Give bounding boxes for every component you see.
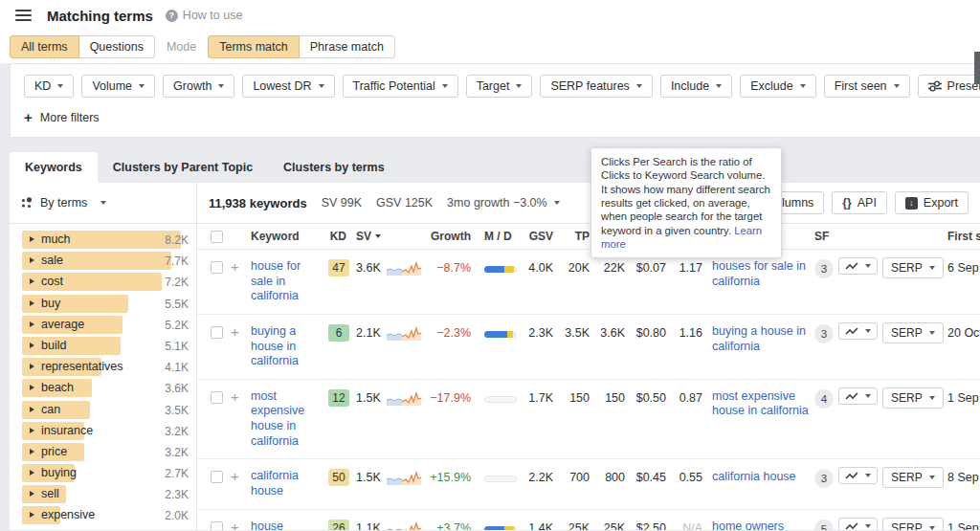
serp-features-count-badge: 5 bbox=[814, 520, 834, 531]
segmented-tab[interactable]: Phrase match bbox=[299, 35, 395, 58]
keyword-link[interactable]: buying a house in california bbox=[251, 324, 325, 369]
col-gsv[interactable]: GSV bbox=[523, 230, 557, 243]
serp-dropdown-button[interactable]: SERP bbox=[882, 467, 944, 488]
serp-dropdown-button[interactable]: SERP bbox=[882, 387, 944, 409]
row-checkbox[interactable] bbox=[211, 521, 223, 531]
position-history-chart-button[interactable] bbox=[838, 387, 878, 405]
expand-arrow-icon[interactable] bbox=[30, 428, 34, 433]
expand-arrow-icon[interactable] bbox=[30, 512, 34, 518]
position-history-chart-button[interactable] bbox=[838, 257, 878, 275]
filter-dropdown[interactable]: Exclude bbox=[740, 75, 815, 98]
expand-arrow-icon[interactable] bbox=[30, 449, 34, 454]
sidebar-term-row[interactable]: price 3.2K bbox=[22, 442, 189, 463]
select-all-checkbox[interactable] bbox=[211, 231, 223, 243]
serp-dropdown-button[interactable]: SERP bbox=[882, 518, 944, 531]
expand-arrow-icon[interactable] bbox=[30, 491, 34, 497]
sidebar-term-row[interactable]: buying 2.7K bbox=[22, 463, 189, 484]
sidebar-term-row[interactable]: insurance 3.2K bbox=[22, 421, 189, 442]
api-button[interactable]: {} API bbox=[832, 191, 887, 214]
row-checkbox[interactable] bbox=[211, 261, 223, 274]
add-keyword-icon[interactable]: + bbox=[226, 389, 251, 404]
sidebar-term-row[interactable]: representatives 4.1K bbox=[22, 357, 189, 378]
parent-topic-link[interactable]: most expensive house in california bbox=[712, 389, 810, 419]
export-button[interactable]: ↓ Export bbox=[895, 191, 969, 214]
caret-down-icon bbox=[636, 84, 642, 88]
segmented-tab[interactable]: Terms match bbox=[208, 35, 300, 58]
term-value: 7.2K bbox=[165, 276, 189, 289]
filter-dropdown[interactable]: Volume bbox=[81, 75, 155, 98]
filter-dropdown[interactable]: Target bbox=[466, 75, 533, 98]
expand-arrow-icon[interactable] bbox=[30, 278, 34, 284]
sidebar-term-row[interactable]: beach 3.6K bbox=[22, 378, 189, 399]
position-history-chart-button[interactable] bbox=[838, 322, 878, 340]
filter-dropdown[interactable]: KD bbox=[24, 75, 74, 98]
keyword-link[interactable]: house insurance in california bbox=[251, 520, 325, 531]
parent-topic-link[interactable]: california house bbox=[712, 470, 796, 485]
sidebar-term-row[interactable]: buy 5.5K bbox=[22, 294, 189, 315]
col-sf[interactable]: SF bbox=[810, 230, 838, 243]
expand-arrow-icon[interactable] bbox=[30, 257, 34, 263]
position-history-chart-button[interactable] bbox=[838, 518, 878, 531]
expand-arrow-icon[interactable] bbox=[30, 321, 34, 327]
expand-arrow-icon[interactable] bbox=[30, 470, 34, 476]
expand-arrow-icon[interactable] bbox=[30, 364, 34, 369]
sidebar-term-row[interactable]: sell 2.3K bbox=[22, 484, 189, 505]
filter-dropdown[interactable]: First seen bbox=[824, 75, 910, 98]
col-kd[interactable]: KD bbox=[325, 230, 350, 243]
term-value: 3.2K bbox=[165, 425, 189, 438]
expand-arrow-icon[interactable] bbox=[30, 300, 34, 306]
col-keyword[interactable]: Keyword bbox=[251, 230, 325, 243]
row-checkbox[interactable] bbox=[211, 391, 223, 404]
view-tab[interactable]: Keywords bbox=[10, 152, 98, 183]
parent-topic-link[interactable]: buying a house in california bbox=[712, 324, 810, 354]
hamburger-menu-icon[interactable] bbox=[15, 10, 32, 21]
row-checkbox[interactable] bbox=[211, 471, 223, 483]
col-md[interactable]: M / D bbox=[475, 230, 523, 243]
keyword-link[interactable]: california house bbox=[251, 469, 325, 498]
keyword-link[interactable]: house for sale in california bbox=[251, 259, 325, 304]
position-history-chart-button[interactable] bbox=[838, 467, 878, 484]
term-value: 4.1K bbox=[165, 361, 189, 374]
sidebar-term-row[interactable]: expensive 2.0K bbox=[22, 505, 189, 526]
expand-arrow-icon[interactable] bbox=[30, 407, 34, 412]
more-filters-button[interactable]: + More filters bbox=[24, 110, 967, 124]
sidebar-term-row[interactable]: much 8.2K bbox=[22, 230, 189, 251]
expand-arrow-icon[interactable] bbox=[30, 385, 34, 390]
sidebar-term-row[interactable]: sale 7.7K bbox=[22, 251, 189, 272]
col-growth[interactable]: Growth bbox=[425, 230, 475, 243]
add-keyword-icon[interactable]: + bbox=[226, 324, 251, 339]
filter-dropdown[interactable]: SERP features bbox=[540, 75, 652, 98]
group-by-dropdown[interactable]: By terms bbox=[10, 183, 196, 224]
serp-dropdown-button[interactable]: SERP bbox=[882, 322, 944, 343]
add-keyword-icon[interactable]: + bbox=[226, 469, 251, 483]
filter-dropdown[interactable]: Lowest DR bbox=[242, 75, 334, 98]
sidebar-term-row[interactable]: average 5.2K bbox=[22, 315, 189, 336]
col-sv[interactable]: SV bbox=[350, 230, 383, 243]
col-first-seen[interactable]: First seen bbox=[944, 230, 980, 243]
sidebar-term-row[interactable]: can 3.5K bbox=[22, 400, 189, 421]
serp-dropdown-button[interactable]: SERP bbox=[882, 257, 944, 278]
parent-topic-link[interactable]: houses for sale in california bbox=[712, 259, 810, 289]
view-tab[interactable]: Clusters by terms bbox=[268, 152, 400, 183]
row-checkbox[interactable] bbox=[211, 326, 223, 339]
sidebar-term-row[interactable]: build 5.1K bbox=[22, 336, 189, 357]
col-tp[interactable]: TP bbox=[557, 230, 593, 243]
sidebar-term-row[interactable]: cost 7.2K bbox=[22, 272, 189, 293]
filter-dropdown[interactable]: Traffic Potential bbox=[343, 75, 458, 98]
parent-topic-link[interactable]: home owners insurance company bbox=[712, 520, 810, 531]
segmented-tab[interactable]: Questions bbox=[78, 35, 155, 58]
filter-dropdown[interactable]: Growth bbox=[163, 75, 234, 98]
view-tab[interactable]: Clusters by Parent Topic bbox=[98, 152, 268, 183]
how-to-use-link[interactable]: ? How to use bbox=[166, 9, 243, 22]
add-keyword-icon[interactable]: + bbox=[226, 520, 251, 531]
expand-arrow-icon[interactable] bbox=[30, 343, 34, 348]
cpc-value: $0.07 bbox=[629, 259, 670, 275]
add-keyword-icon[interactable]: + bbox=[226, 259, 251, 274]
presets-button[interactable]: Presets bbox=[918, 75, 980, 98]
filter-dropdown[interactable]: Include bbox=[660, 75, 732, 98]
keyword-link[interactable]: most expensive house in california bbox=[251, 389, 325, 450]
scrollbar-thumb[interactable] bbox=[974, 52, 980, 84]
expand-arrow-icon[interactable] bbox=[30, 236, 34, 242]
growth-dropdown[interactable]: 3mo growth −3.0% bbox=[447, 196, 560, 210]
segmented-tab[interactable]: All terms bbox=[10, 35, 79, 58]
